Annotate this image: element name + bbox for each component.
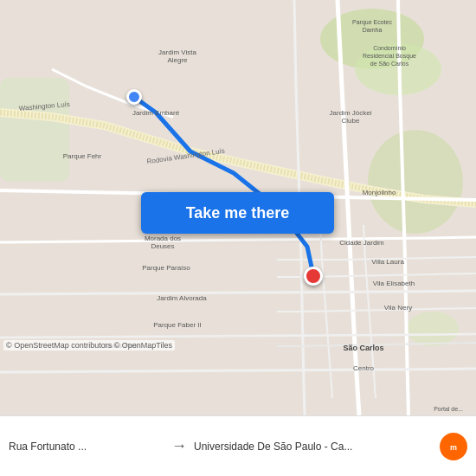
arrow-icon: → <box>171 437 187 455</box>
svg-text:Condomínio: Condomínio <box>373 45 406 51</box>
svg-text:Jardim Jóckei: Jardim Jóckei <box>330 109 372 117</box>
map-container: Jardim Vista Alegre Parque Ecotec Damha … <box>0 0 476 415</box>
map-attribution: © OpenStreetMap contributors © OpenMapTi… <box>3 340 175 351</box>
bottom-bar: Rua Fortunato ... → Universidade De São … <box>0 415 476 476</box>
destination-label: Universidade De São Paulo - Ca... <box>194 441 384 453</box>
origin-marker <box>126 89 142 105</box>
svg-text:São Carlos: São Carlos <box>343 344 383 352</box>
svg-text:Jardim Embaré: Jardim Embaré <box>132 109 180 117</box>
svg-point-4 <box>368 130 463 234</box>
destination-marker <box>304 267 323 286</box>
svg-text:Parque Ecotec: Parque Ecotec <box>352 19 392 26</box>
svg-text:Clube: Clube <box>342 117 360 125</box>
svg-text:Damha: Damha <box>363 27 383 33</box>
svg-text:Deuses: Deuses <box>151 242 174 250</box>
svg-text:Residencial Bosque: Residencial Bosque <box>363 53 416 60</box>
svg-text:Vila Nery: Vila Nery <box>384 304 412 312</box>
take-me-there-button[interactable]: Take me there <box>141 192 334 234</box>
svg-text:Portal de...: Portal de... <box>434 406 463 412</box>
svg-rect-3 <box>0 78 69 182</box>
svg-text:de São Carlos: de São Carlos <box>370 61 409 67</box>
svg-text:m: m <box>450 443 457 452</box>
moovit-logo: m <box>440 433 467 460</box>
svg-text:Centro: Centro <box>353 364 375 372</box>
svg-text:Alegre: Alegre <box>167 56 188 64</box>
svg-point-5 <box>407 312 459 346</box>
svg-text:Jardim Vista: Jardim Vista <box>158 48 196 56</box>
svg-text:Vila Elisabeth: Vila Elisabeth <box>373 280 415 287</box>
svg-text:Jardim Alvorada: Jardim Alvorada <box>157 294 207 302</box>
svg-text:Villa Laura: Villa Laura <box>371 258 404 266</box>
svg-text:Morada dos: Morada dos <box>145 235 181 242</box>
origin-label: Rua Fortunato ... <box>9 441 164 453</box>
svg-text:Monjolinho: Monjolinho <box>363 189 396 196</box>
svg-text:Parque Faber II: Parque Faber II <box>153 321 202 329</box>
svg-text:Cidade Jardim: Cidade Jardim <box>339 239 384 247</box>
svg-text:Parque Fehr: Parque Fehr <box>63 152 102 160</box>
svg-text:Parque Paraíso: Parque Paraíso <box>142 264 190 272</box>
moovit-icon: m <box>440 433 467 460</box>
